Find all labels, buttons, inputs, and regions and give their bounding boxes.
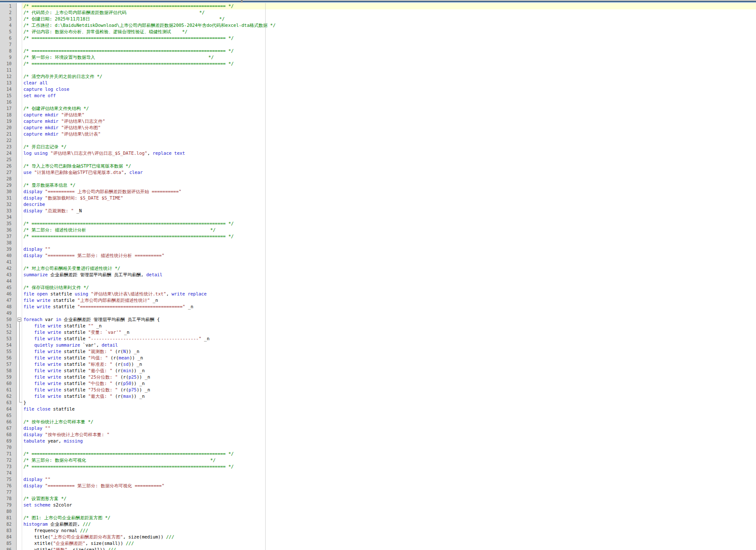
code-text[interactable]: /* 代码简介: 上市公司内部薪酬差距数据评估代码 */ [22,9,756,16]
fold-margin[interactable] [17,259,22,265]
fold-margin[interactable] [17,291,22,297]
code-line[interactable]: 66/* 按年份统计上市公司样本量 */ [0,419,756,425]
code-area[interactable]: 1/* ====================================… [0,3,756,550]
code-line[interactable]: 73/* ===================================… [0,463,756,470]
code-text[interactable]: /* 创建评估结果文件夹结构 */ [22,105,756,112]
code-text[interactable]: file open statfile using "评估结果\统计表\描述性统计… [22,291,756,297]
code-line[interactable]: 55 file write statfile "观测数: " (r(N)) _n [0,348,756,355]
splitter-handle[interactable] [241,0,243,3]
fold-margin[interactable] [17,463,22,470]
code-text[interactable]: display "总观测数: " _N [22,208,756,214]
fold-margin[interactable] [17,521,22,527]
code-text[interactable] [22,99,756,105]
code-line[interactable]: 10/* ===================================… [0,61,756,67]
code-text[interactable]: tabulate year, missing [22,438,756,444]
code-text[interactable]: /* 评估内容: 数据分布分析、异常值检验、逻辑合理性验证、稳健性测试 */ [22,29,756,35]
code-line[interactable]: 38 [0,240,756,246]
code-text[interactable]: display "数据加载时间: $S_DATE $S_TIME" [22,195,756,201]
fold-toggle-icon[interactable] [17,318,21,321]
fold-margin[interactable] [17,233,22,240]
fold-margin[interactable] [17,16,22,22]
code-line[interactable]: 79set scheme s2color [0,502,756,508]
code-text[interactable]: /* 对上市公司薪酬相关变量进行描述性统计 */ [22,265,756,272]
fold-margin[interactable] [17,240,22,246]
code-text[interactable]: summarize 企业薪酬差距 管理层平均薪酬 员工平均薪酬, detail [22,272,756,278]
code-line[interactable]: 33display "总观测数: " _N [0,208,756,214]
code-line[interactable]: 22 [0,137,756,144]
fold-margin[interactable] [17,48,22,54]
code-line[interactable]: 12/* 清空内存并关闭之前的日志文件 */ [0,73,756,80]
code-text[interactable]: /* 第三部分: 数据分布可视化 */ [22,457,756,463]
code-line[interactable]: 54 quietly summarize `var', detail [0,342,756,348]
code-line[interactable]: 19capture mkdir "评估结果\日志文件" [0,118,756,124]
fold-margin[interactable] [17,297,22,304]
fold-margin[interactable] [17,304,22,310]
fold-margin[interactable] [17,35,22,41]
code-text[interactable]: /* 导入上市公司已剔除金融STPT已缩尾版本数据 */ [22,163,756,169]
code-line[interactable]: 70 [0,444,756,451]
code-line[interactable]: 35/* ===================================… [0,220,756,227]
code-line[interactable]: 3/* 创建日期: 2025年11月18日 */ [0,16,756,22]
fold-margin[interactable] [17,227,22,233]
code-line[interactable]: 56 file write statfile "均值: " (r(mean)) … [0,355,756,361]
fold-margin[interactable] [17,272,22,278]
code-line[interactable]: 28 [0,176,756,182]
code-text[interactable]: display "按年份统计上市公司样本量: " [22,431,756,438]
code-line[interactable]: 86 ytitle("频数", size(small)) /// [0,547,756,550]
fold-margin[interactable] [17,540,22,547]
code-text[interactable]: file write statfile "最大值: " (r(max)) _n [22,393,756,399]
fold-margin[interactable] [17,182,22,188]
code-line[interactable]: 67display "" [0,425,756,431]
code-text[interactable]: file write statfile "中位数: " (r(p50)) _n [22,380,756,387]
code-text[interactable] [22,214,756,220]
code-text[interactable]: file write statfile "变量: `var'" _n [22,329,756,336]
code-line[interactable]: 64file close statfile [0,406,756,412]
code-line[interactable]: 4/* 工作路径: d:\BaiduNetdiskDownload\上市公司内部… [0,22,756,29]
code-line[interactable]: 75display "" [0,476,756,483]
code-line[interactable]: 18capture mkdir "评估结果" [0,112,756,118]
code-text[interactable]: display "" [22,425,756,431]
fold-margin[interactable] [17,431,22,438]
code-line[interactable]: 58 file write statfile "最小值: " (r(min)) … [0,368,756,374]
code-text[interactable]: file write statfile "最小值: " (r(min)) _n [22,368,756,374]
fold-margin[interactable] [17,93,22,99]
fold-margin[interactable] [17,214,22,220]
code-text[interactable] [22,41,756,48]
code-text[interactable]: display "========== 第二部分: 描述性统计分析 ======… [22,252,756,259]
fold-margin[interactable] [17,137,22,144]
fold-margin[interactable] [17,41,22,48]
fold-margin[interactable] [17,457,22,463]
code-text[interactable]: capture mkdir "评估结果\日志文件" [22,118,756,124]
fold-margin[interactable] [17,508,22,515]
fold-margin[interactable] [17,502,22,508]
code-line[interactable]: 74 [0,470,756,476]
code-text[interactable]: display "" [22,246,756,252]
code-text[interactable]: set more off [22,93,756,99]
code-line[interactable]: 25 [0,156,756,163]
fold-margin[interactable] [17,208,22,214]
fold-margin[interactable] [17,284,22,291]
code-text[interactable]: file write statfile "-------------------… [22,336,756,342]
fold-margin[interactable] [17,118,22,124]
fold-margin[interactable] [17,451,22,457]
code-text[interactable]: /* 第二部分: 描述性统计分析 */ [22,227,756,233]
code-text[interactable] [22,412,756,419]
code-text[interactable]: capture mkdir "评估结果\统计表" [22,131,756,137]
code-line[interactable]: 72/* 第三部分: 数据分布可视化 */ [0,457,756,463]
code-line[interactable]: 47file write statfile "上市公司内部薪酬差距描述性统计" … [0,297,756,304]
code-line[interactable]: 27use "计算结果已剔除金融STPT已缩尾版本.dta", clear [0,169,756,176]
code-line[interactable]: 81/* 图1: 上市公司企业薪酬差距直方图 */ [0,515,756,521]
code-text[interactable]: file write statfile "===================… [22,304,756,310]
code-text[interactable]: /* 显示数据基本信息 */ [22,182,756,188]
code-line[interactable]: 26/* 导入上市公司已剔除金融STPT已缩尾版本数据 */ [0,163,756,169]
fold-margin[interactable] [17,67,22,73]
code-text[interactable]: file write statfile "" _n [22,323,756,329]
code-text[interactable]: file close statfile [22,406,756,412]
code-text[interactable] [22,470,756,476]
fold-margin[interactable] [17,131,22,137]
code-text[interactable]: capture mkdir "评估结果" [22,112,756,118]
code-text[interactable] [22,176,756,182]
code-text[interactable]: ytitle("频数", size(small)) /// [22,547,756,550]
code-line[interactable]: 63} [0,399,756,406]
code-text[interactable]: capture mkdir "评估结果\分布图" [22,124,756,131]
